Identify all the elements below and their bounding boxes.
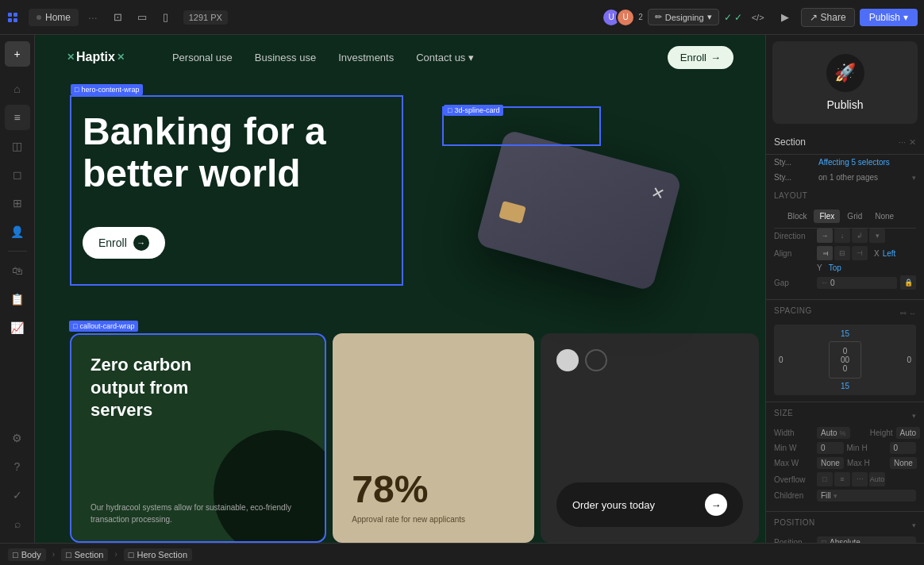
size-expand-icon[interactable]: ▾ [912,412,916,420]
dir-wrap-btn[interactable]: ↲ [852,229,868,243]
sidebar-icon-analytics[interactable]: 📈 [5,315,30,340]
style-row-2: Sty... on 1 other pages ▾ [766,170,924,185]
y-row: Y Top [774,263,916,272]
overflow-auto-btn[interactable]: ⋯ [852,472,868,486]
display-tab-grid[interactable]: Grid [841,209,868,223]
sidebar-icon-tasks[interactable]: ✓ [5,482,30,508]
dir-more-btn[interactable]: ▾ [869,229,885,243]
green-card: Zero carbon output from servers Our hydr… [71,335,325,541]
add-element-button[interactable]: + [5,41,30,67]
body-breadcrumb[interactable]: □ Body [8,548,46,561]
dir-down-btn[interactable]: ↓ [834,229,850,243]
dir-right-btn[interactable]: → [817,229,833,243]
spacing-inner-box: 0 0 0 0 [829,341,861,379]
pos-value[interactable]: ⊡ Absolute [817,536,916,543]
children-label: Children [774,491,814,500]
align-start-btn[interactable]: ⫤ [817,246,833,260]
gap-lock-btn[interactable]: 🔒 [900,275,916,290]
publish-popup-title: Publish [827,98,864,111]
website-preview: ✕ Haptix ✕ Personal use Business use Inv… [35,35,765,543]
display-tab-flex[interactable]: Flex [814,209,840,223]
sidebar-icon-components[interactable]: ◫ [5,133,30,159]
code-icon[interactable]: </> [747,6,769,29]
spacing-section: Spacing ⚯ ↔ 15 0 0 0 0 0 [766,300,924,402]
spacing-inner-r: 0 [845,356,850,364]
spacing-icons: ⚯ ↔ [900,309,916,317]
w-value[interactable]: Auto % [817,427,850,439]
panel-collapse-icon[interactable]: ✕ [909,137,916,148]
sidebar-icon-ecommerce[interactable]: 🛍 [5,258,30,283]
breadcrumb-sep-2: › [114,550,117,559]
minw-label: Min W [774,444,814,452]
section-panel: Section ··· ✕ Sty... Affecting 5 selecto… [766,130,924,185]
hero-section-label: Hero Section [137,550,187,559]
minh-val: 0 [894,444,899,452]
play-icon[interactable]: ▶ [774,6,796,29]
order-button[interactable]: Order yours today → [556,482,743,527]
overflow-hidden-btn[interactable]: □ [817,472,833,486]
hero-label-icon: □ [75,86,79,94]
overflow-visible-btn[interactable]: Auto [869,472,885,486]
sidebar-icon-assets[interactable]: ◻ [5,162,30,187]
right-sidebar: 🚀 Publish Section ··· ✕ Sty... Affecting… [765,35,924,543]
designing-button[interactable]: ✏ Designing ▾ [648,9,719,25]
h-value[interactable]: Auto [896,427,921,439]
wh-row: Width Auto % Height Auto [774,427,916,439]
canvas-area[interactable]: ✕ Haptix ✕ Personal use Business use Inv… [35,35,765,543]
minh-value[interactable]: 0 [890,442,917,454]
more-options-dots[interactable]: ··· [88,11,98,24]
topbar-right-icons: U U 2 ✏ Designing ▾ ✓ ✓ </> ▶ ↗ Share Pu… [602,6,918,29]
chevron-down-icon-publish: ▾ [903,12,908,23]
mobile-icon[interactable]: ▯ [155,6,177,29]
nav-business-use[interactable]: Business use [255,52,316,63]
green-card-title: Zero carbon output from servers [90,354,249,422]
align-end-btn[interactable]: ⊣ [852,246,868,260]
nav-investments[interactable]: Investments [338,52,394,63]
site-nav: ✕ Haptix ✕ Personal use Business use Inv… [35,35,765,79]
sidebar-icon-users[interactable]: 👤 [5,219,30,244]
sidebar-icon-home[interactable]: ⌂ [5,76,30,102]
align-center-btn[interactable]: ⊟ [834,246,850,260]
nav-element-label: □ 3d-spline-card [444,105,503,116]
maxh-value[interactable]: None [890,457,917,469]
publish-button[interactable]: Publish ▾ [860,9,918,26]
sidebar-icon-layers[interactable]: ≡ [5,105,30,130]
section-breadcrumb[interactable]: □ Section [61,548,108,561]
order-arrow-icon: → [705,494,727,516]
app-logo [6,11,19,24]
body-label: Body [21,550,41,559]
position-expand-icon[interactable]: ▾ [912,521,916,529]
overflow-label: Overflow [774,475,814,484]
panel-header: Section ··· ✕ [766,130,924,155]
minw-value[interactable]: 0 [817,442,844,454]
home-tab[interactable]: Home [29,9,79,26]
desktop-icon[interactable]: ⊡ [107,6,129,29]
sidebar-icon-help[interactable]: ? [5,454,30,479]
px-display: 1291 PX [183,10,228,25]
main-area: + ⌂ ≡ ◫ ◻ ⊞ 👤 🛍 📋 📈 ⚙ ? ✓ ⌕ ✕ Haptix ✕ [0,35,924,543]
sidebar-icon-pages[interactable]: ⊞ [5,190,30,216]
nav-contact[interactable]: Contact us ▾ [416,52,474,63]
nav-enroll-button[interactable]: Enroll → [668,46,733,69]
sidebar-icon-forms[interactable]: 📋 [5,286,30,312]
display-tab-block[interactable]: Block [782,209,812,223]
share-button[interactable]: ↗ Share [801,8,855,27]
nav-enroll-label: Enroll [680,52,706,63]
sidebar-icon-settings[interactable]: ⚙ [5,425,30,451]
maxwh-row: Max W None Max H None [774,457,916,469]
children-row: Children Fill ▾ [774,490,916,502]
panel-more-icon[interactable]: ··· [899,137,906,148]
hero-section-breadcrumb[interactable]: □ Hero Section [124,548,192,561]
display-tab-none[interactable]: None [869,209,899,223]
hero-enroll-button[interactable]: Enroll → [83,227,165,259]
credit-card: ✕ [475,129,683,291]
w-label: Width [774,429,814,437]
spacing-inner-top: 0 [841,347,849,356]
overflow-scroll-btn[interactable]: ≡ [834,472,850,486]
nav-personal-use[interactable]: Personal use [172,52,233,63]
children-value[interactable]: Fill ▾ [817,490,916,502]
sidebar-icon-search[interactable]: ⌕ [5,511,30,536]
tablet-icon[interactable]: ▭ [131,6,153,29]
maxw-value[interactable]: None [817,457,844,469]
nav-links: Personal use Business use Investments Co… [172,52,474,63]
